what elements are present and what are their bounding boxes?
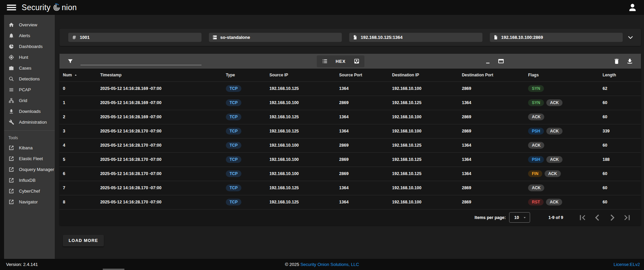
copyright: © 2025 Security Onion Solutions, LLC [142, 262, 502, 267]
brand-logo[interactable]: Security nion [22, 3, 77, 12]
type-chip-tcp: TCP [226, 185, 241, 191]
list-icon [8, 87, 14, 93]
job-filter-field-192-168-10-100-2869[interactable]: 192.168.10.100:2869 [490, 33, 623, 42]
cell-length: 60 [602, 110, 641, 124]
minimize-button[interactable] [484, 58, 491, 65]
packet-row-4[interactable]: 42025-05-12 14:16:28.170 -07:00TCP192.16… [59, 138, 641, 152]
cell-source-port: 1364 [339, 110, 392, 124]
sidebar-item-cases[interactable]: Cases [4, 63, 55, 73]
packet-row-1[interactable]: 12025-05-12 14:16:28.169 -07:00TCP192.16… [59, 96, 641, 110]
first-page-button[interactable] [577, 213, 588, 223]
packet-row-2[interactable]: 22025-05-12 14:16:28.169 -07:00TCP192.16… [59, 110, 641, 124]
account-button[interactable] [627, 2, 638, 13]
sidebar-item-detections[interactable]: Detections [4, 73, 55, 84]
file-import-icon [493, 35, 498, 40]
next-page-button[interactable] [607, 213, 617, 223]
extract-files-button[interactable] [349, 55, 364, 67]
sidebar-tool-elastic-fleet[interactable]: Elastic Fleet [4, 153, 55, 164]
first-page-icon [577, 213, 588, 223]
last-page-button[interactable] [622, 213, 632, 223]
sidebar-item-hunt[interactable]: Hunt [4, 52, 55, 63]
sidebar-item-alerts[interactable]: Alerts [4, 30, 55, 41]
column-header-timestamp[interactable]: Timestamp [100, 69, 226, 81]
column-header-source-ip[interactable]: Source IP [269, 69, 339, 81]
hex-view-button[interactable]: HEX [333, 55, 349, 67]
external-link-icon [8, 167, 14, 172]
delete-job-button[interactable] [613, 58, 620, 65]
window-icon [498, 58, 504, 65]
flag-chip-rst: RST [528, 199, 544, 205]
packet-row-0[interactable]: 02025-05-12 14:16:28.169 -07:00TCP192.16… [59, 81, 641, 96]
sidebar-tool-kibana[interactable]: Kibana [4, 142, 55, 153]
cell-destination-ip: 192.168.10.100 [392, 195, 462, 209]
copyright-link[interactable]: Security Onion Solutions, LLC [301, 262, 359, 267]
column-header-num[interactable]: Num [59, 69, 100, 81]
load-more-button[interactable]: LOAD MORE [63, 235, 104, 246]
rows-view-button[interactable] [317, 55, 333, 67]
cell-source-ip: 192.168.10.100 [269, 152, 339, 167]
sidebar-tool-influxdb[interactable]: InfluxDB [4, 175, 55, 186]
pagination-nav [577, 213, 632, 223]
filter-field-value: so-standalone [220, 35, 250, 40]
sidebar-tool-cyberchef[interactable]: CyberChef [4, 186, 55, 196]
job-filter-card: 1001so-standalone192.168.10.125:1364192.… [59, 29, 641, 46]
packet-row-3[interactable]: 32025-05-12 14:16:28.170 -07:00TCP192.16… [59, 124, 641, 138]
column-header-label: Type [226, 73, 235, 77]
hamburger-menu-button[interactable] [5, 1, 18, 14]
items-per-page-label: Items per page: [475, 215, 506, 220]
external-link-icon [8, 199, 14, 205]
items-per-page-select[interactable]: 10 [509, 212, 530, 223]
cell-source-port: 1364 [339, 195, 392, 209]
sidebar-item-administration[interactable]: Administration [4, 117, 55, 127]
packet-row-5[interactable]: 52025-05-12 14:16:28.170 -07:00TCP192.16… [59, 152, 641, 167]
sidebar-tool-navigator[interactable]: Navigator [4, 196, 55, 207]
packet-row-7[interactable]: 72025-05-12 14:16:28.170 -07:00TCP192.16… [59, 181, 641, 195]
cell-flags: ACK [528, 181, 602, 195]
sidebar-item-label: Dashboards [19, 44, 43, 49]
job-filter-field-1001[interactable]: 1001 [68, 33, 201, 42]
cell-flags: SYN [528, 81, 602, 96]
brand-text-post: nion [62, 3, 77, 12]
sidebar-tool-osquery-manager[interactable]: Osquery Manager [4, 164, 55, 175]
sort-asc-icon [74, 73, 78, 77]
type-chip-tcp: TCP [226, 114, 241, 120]
sidebar-item-label: CyberChef [19, 189, 40, 194]
cell-source-ip: 192.168.10.100 [269, 138, 339, 152]
job-filter-field-192-168-10-125-1364[interactable]: 192.168.10.125:1364 [349, 33, 482, 42]
cell-length: 60 [602, 195, 641, 209]
cell-source-port: 2869 [339, 167, 392, 181]
sidebar-item-dashboards[interactable]: Dashboards [4, 41, 55, 52]
sidebar-item-label: Downloads [19, 109, 41, 114]
cell-length: 60 [602, 167, 641, 181]
sidebar-item-grid[interactable]: Grid [4, 95, 55, 106]
bell-icon [8, 33, 14, 39]
sidebar-item-pcap[interactable]: PCAP [4, 84, 55, 95]
maximize-button[interactable] [498, 58, 504, 65]
packet-row-6[interactable]: 62025-05-12 14:16:28.170 -07:00TCP192.16… [59, 167, 641, 181]
flag-chip-ack: ACK [545, 170, 561, 177]
job-filter-field-so-standalone[interactable]: so-standalone [209, 33, 342, 42]
pagination-bar: Items per page: 10 1-9 of 9 [59, 209, 641, 225]
cell-timestamp: 2025-05-12 14:16:28.169 -07:00 [100, 110, 226, 124]
sidebar-item-downloads[interactable]: Downloads [4, 106, 55, 117]
license-link[interactable]: License:ELv2 [614, 262, 640, 267]
download-pcap-button[interactable] [626, 58, 633, 65]
column-header-destination-ip[interactable]: Destination IP [392, 69, 462, 81]
sidebar-item-overview[interactable]: Overview [4, 19, 55, 30]
collapse-filters-button[interactable] [623, 32, 638, 43]
column-header-label: Num [63, 73, 72, 77]
hash-icon [72, 35, 77, 40]
horizontal-scrollbar-thumb[interactable] [103, 269, 124, 270]
sidebar-item-label: Osquery Manager [19, 167, 54, 172]
column-header-type[interactable]: Type [226, 69, 269, 81]
packet-card: HEX NumTimestampTypeSource IPSource Port… [59, 54, 641, 225]
packet-row-8[interactable]: 82025-05-12 14:16:28.170 -07:00TCP192.16… [59, 195, 641, 209]
column-header-flags[interactable]: Flags [528, 69, 602, 81]
filter-field-value: 1001 [80, 35, 90, 40]
previous-page-button[interactable] [592, 213, 602, 223]
packet-table: NumTimestampTypeSource IPSource PortDest… [59, 69, 641, 209]
packet-filter-input[interactable] [80, 57, 201, 65]
column-header-destination-port[interactable]: Destination Port [462, 69, 528, 81]
column-header-source-port[interactable]: Source Port [339, 69, 392, 81]
column-header-length[interactable]: Length [602, 69, 641, 81]
